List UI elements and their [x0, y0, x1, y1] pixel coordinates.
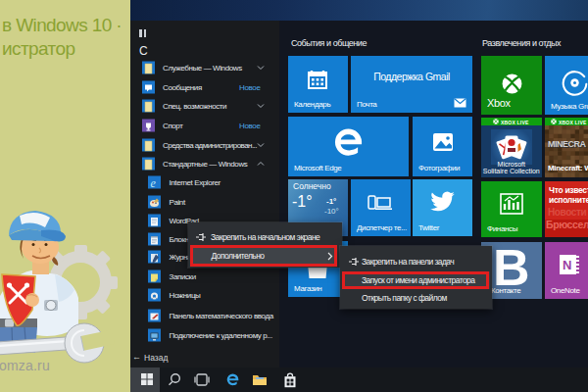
svg-text:e: e: [151, 177, 157, 190]
svg-text:N: N: [563, 258, 571, 272]
